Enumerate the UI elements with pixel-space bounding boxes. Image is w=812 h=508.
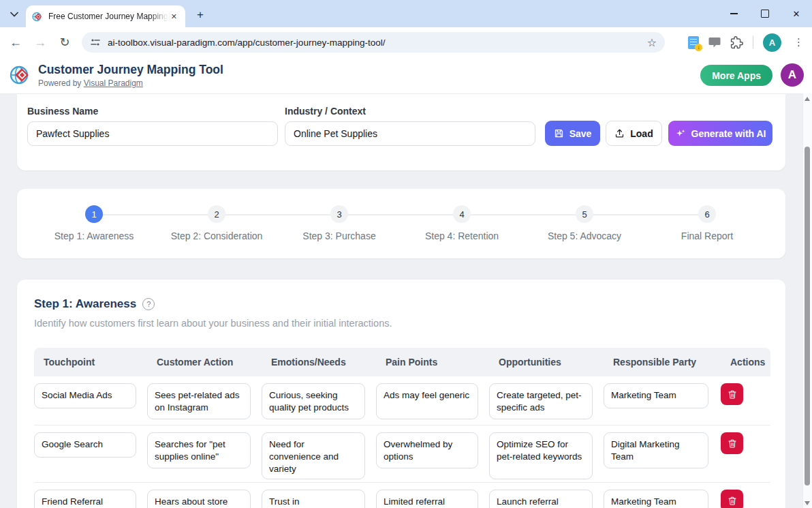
- help-icon[interactable]: ?: [142, 298, 155, 310]
- emotions-needs-input[interactable]: Need for convenience and variety: [262, 432, 365, 479]
- step-tab-advocacy[interactable]: 5Step 5: Advocacy: [523, 205, 646, 241]
- step-tab-final-report[interactable]: 6Final Report: [646, 205, 768, 241]
- tab-close-icon[interactable]: ✕: [168, 11, 180, 23]
- step-label: Step 2: Consideration: [155, 230, 278, 241]
- column-header-opportunities: Opportunities: [489, 357, 604, 368]
- emotions-needs-input[interactable]: Trust in: [262, 490, 365, 508]
- vertical-scrollbar[interactable]: [802, 93, 812, 508]
- steps-progress-card: 1Step 1: Awareness 2Step 2: Consideratio…: [17, 189, 785, 258]
- app-logo-icon: [8, 63, 31, 87]
- maximize-button[interactable]: [749, 0, 781, 27]
- touchpoint-input[interactable]: Friend Referral: [34, 490, 136, 508]
- save-button[interactable]: Save: [545, 121, 600, 146]
- visual-paradigm-favicon-icon: [31, 11, 43, 23]
- business-name-input[interactable]: [27, 121, 278, 146]
- app-header: Customer Journey Mapping Tool Powered by…: [0, 57, 812, 94]
- address-bar[interactable]: ai-toolbox.visual-paradigm.com/app/custo…: [82, 32, 665, 53]
- scroll-up-icon[interactable]: [805, 97, 810, 101]
- pain-points-input[interactable]: Limited referral: [376, 490, 478, 508]
- browser-tab-active[interactable]: Free Customer Journey Mapping ✕: [26, 5, 185, 27]
- generate-label: Generate with AI: [691, 128, 766, 139]
- load-label: Load: [630, 128, 653, 139]
- save-icon: [554, 128, 564, 138]
- extensions-puzzle-icon[interactable]: [730, 36, 743, 49]
- column-header-responsible-party: Responsible Party: [604, 357, 721, 368]
- user-avatar[interactable]: A: [781, 63, 804, 87]
- table-header-row: Touchpoint Customer Action Emotions/Need…: [34, 348, 770, 376]
- responsible-party-input[interactable]: Marketing Team: [604, 383, 708, 408]
- step-number-badge: 4: [453, 205, 471, 223]
- site-info-icon[interactable]: [90, 37, 101, 48]
- column-header-customer-action: Customer Action: [147, 357, 262, 368]
- load-button[interactable]: Load: [606, 121, 662, 146]
- industry-input[interactable]: [285, 121, 535, 146]
- customer-action-input[interactable]: Searches for "pet supplies online": [147, 432, 251, 468]
- step-label: Step 3: Purchase: [278, 230, 401, 241]
- new-tab-button[interactable]: +: [192, 7, 208, 23]
- table-row: Friend Referral Hears about store Trust …: [34, 483, 770, 508]
- scrollbar-thumb[interactable]: [805, 147, 810, 485]
- browser-profile-avatar[interactable]: A: [763, 33, 781, 52]
- delete-row-button[interactable]: [721, 432, 743, 454]
- toolbar-right: ↓ A ⋮: [688, 27, 807, 57]
- bookmark-star-icon[interactable]: ☆: [647, 36, 657, 49]
- table-row: Social Media Ads Sees pet-related ads on…: [34, 376, 770, 425]
- business-name-label: Business Name: [27, 106, 98, 117]
- url-text[interactable]: ai-toolbox.visual-paradigm.com/app/custo…: [108, 38, 647, 48]
- step-label: Final Report: [646, 230, 768, 241]
- reload-button[interactable]: ↻: [54, 27, 75, 57]
- minimize-icon: [730, 13, 738, 14]
- visual-paradigm-link[interactable]: Visual Paradigm: [84, 78, 143, 88]
- pain-points-input[interactable]: Overwhelmed by options: [376, 432, 478, 468]
- delete-row-button[interactable]: [721, 490, 743, 508]
- minimize-button[interactable]: [718, 0, 749, 27]
- sparkles-icon: [675, 128, 686, 139]
- forward-button[interactable]: →: [30, 27, 50, 57]
- step-tab-consideration[interactable]: 2Step 2: Consideration: [155, 205, 278, 241]
- opportunities-input[interactable]: Optimize SEO for pet-related keywords: [489, 432, 593, 479]
- responsible-party-input[interactable]: Digital Marketing Team: [604, 432, 708, 468]
- trash-icon: [728, 389, 737, 400]
- more-apps-button[interactable]: More Apps: [700, 65, 772, 86]
- powered-prefix: Powered by: [38, 78, 84, 88]
- customer-action-input[interactable]: Sees pet-related ads on Instagram: [147, 383, 251, 419]
- trash-icon: [728, 438, 737, 449]
- step-number-badge: 2: [208, 205, 225, 223]
- browser-menu-icon[interactable]: ⋮: [791, 36, 807, 48]
- browser-toolbar: ← → ↻ ai-toolbox.visual-paradigm.com/app…: [0, 27, 812, 58]
- step-tab-awareness[interactable]: 1Step 1: Awareness: [33, 205, 155, 241]
- industry-label: Industry / Context: [285, 106, 366, 117]
- column-header-pain-points: Pain Points: [376, 357, 489, 368]
- responsible-party-input[interactable]: Marketing Team: [604, 490, 708, 508]
- delete-row-button[interactable]: [721, 383, 743, 405]
- opportunities-input[interactable]: Launch referral: [489, 490, 593, 508]
- maximize-icon: [761, 10, 769, 18]
- app-title: Customer Journey Mapping Tool: [38, 63, 223, 77]
- chat-extension-icon[interactable]: [708, 37, 721, 48]
- step-tab-retention[interactable]: 4Step 4: Retention: [401, 205, 523, 241]
- window-close-button[interactable]: ✕: [781, 0, 812, 27]
- generate-with-ai-button[interactable]: Generate with AI: [668, 121, 772, 146]
- step-label: Step 1: Awareness: [33, 230, 155, 241]
- docs-extension-icon[interactable]: ↓: [688, 36, 699, 49]
- customer-action-input[interactable]: Hears about store: [147, 490, 251, 508]
- business-form-card: Business Name Industry / Context Save Lo…: [17, 94, 785, 170]
- touchpoint-input[interactable]: Social Media Ads: [34, 383, 136, 408]
- upload-icon: [614, 128, 625, 138]
- browser-titlebar: Free Customer Journey Mapping ✕ + ✕: [0, 0, 812, 27]
- touchpoint-input[interactable]: Google Search: [34, 432, 136, 458]
- section-title-row: Step 1: Awareness ?: [34, 297, 155, 311]
- opportunities-input[interactable]: Create targeted, pet-specific ads: [489, 383, 593, 419]
- back-button[interactable]: ←: [5, 27, 26, 57]
- emotions-needs-input[interactable]: Curious, seeking quality pet products: [262, 383, 365, 419]
- tab-search-button[interactable]: [5, 5, 23, 23]
- toolbar-separator: [753, 36, 753, 48]
- download-badge-icon: ↓: [695, 44, 702, 51]
- column-header-actions: Actions: [721, 357, 770, 368]
- table-row: Google Search Searches for "pet supplies…: [34, 425, 770, 483]
- pain-points-input[interactable]: Ads may feel generic: [376, 383, 478, 419]
- scroll-down-icon[interactable]: [805, 501, 810, 505]
- powered-by: Powered by Visual Paradigm: [38, 78, 143, 88]
- step-tab-purchase[interactable]: 3Step 3: Purchase: [278, 205, 401, 241]
- column-header-emotions-needs: Emotions/Needs: [262, 357, 376, 368]
